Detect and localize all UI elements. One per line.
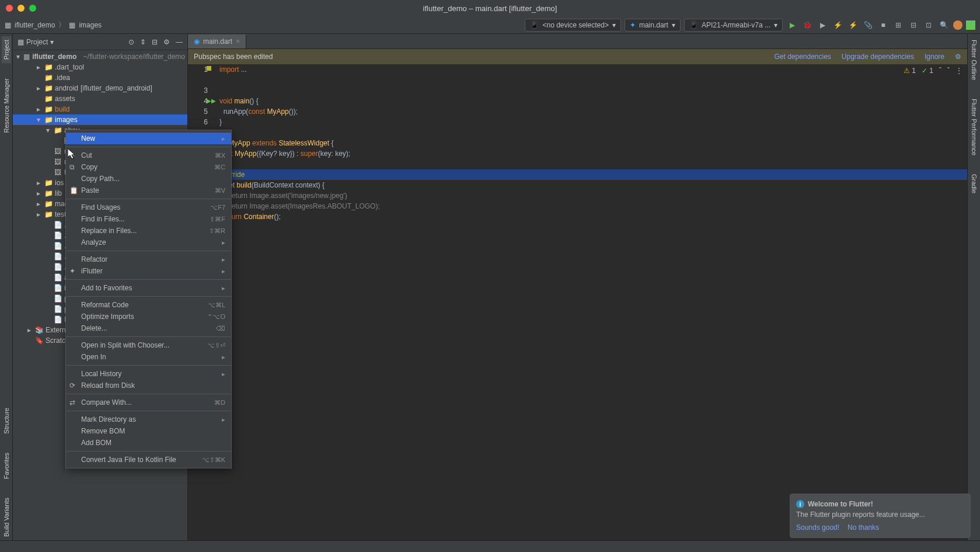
- close-icon[interactable]: ×: [236, 37, 240, 46]
- gear-icon[interactable]: ⚙: [163, 38, 170, 46]
- titlebar: iflutter_demo – main.dart [iflutter_demo…: [0, 0, 980, 16]
- flutter-icon: ✦: [630, 21, 636, 29]
- gutter-square-icon[interactable]: [207, 66, 211, 71]
- maximize-icon[interactable]: [29, 5, 36, 12]
- avatar[interactable]: [953, 20, 962, 30]
- run-icon[interactable]: ▶: [786, 19, 798, 31]
- minimize-icon[interactable]: [18, 5, 25, 12]
- get-deps-link[interactable]: Get dependencies: [774, 53, 831, 61]
- toolbar-right: 📱 <no device selected> ▾ ✦ main.dart ▾ 📱…: [525, 19, 975, 32]
- sounds-good-link[interactable]: Sounds good!: [796, 523, 839, 532]
- icon2[interactable]: ⊟: [908, 19, 919, 31]
- menu-item[interactable]: Mark Directory as▸: [66, 414, 231, 425]
- gutter-run-icon[interactable]: ▶▶: [207, 96, 216, 106]
- traffic-lights: [0, 5, 36, 12]
- toolbar: ▦ iflutter_demo 〉 ▦ images 📱 <no device …: [0, 16, 980, 34]
- icon3[interactable]: ⊡: [923, 19, 934, 31]
- rail-perf[interactable]: Flutter Performance: [969, 95, 979, 159]
- menu-item[interactable]: ⟳Reload from Disk: [66, 380, 231, 391]
- tree-item[interactable]: ▸📁build: [13, 104, 187, 114]
- device-selector[interactable]: 📱 <no device selected> ▾: [525, 19, 620, 32]
- chevron-down-icon: ▾: [672, 21, 675, 29]
- menu-item[interactable]: Reformat Code⌥⌘L: [66, 299, 231, 311]
- editor-tabs: ◉ main.dart ×: [188, 34, 967, 49]
- close-icon[interactable]: [6, 5, 13, 12]
- breadcrumb-folder[interactable]: images: [79, 21, 102, 29]
- rail-resource[interactable]: Resource Manager: [2, 75, 11, 137]
- right-rail: Flutter Outline Flutter Performance Grad…: [967, 34, 980, 540]
- menu-item[interactable]: Find Usages⌥F7: [66, 202, 231, 213]
- menu-item[interactable]: Replace in Files...⇧⌘R: [66, 225, 231, 237]
- icon1[interactable]: ⊞: [892, 19, 904, 31]
- hotreload-icon[interactable]: ⚡: [847, 19, 859, 31]
- collapse-icon[interactable]: ⊟: [152, 38, 158, 46]
- window-title: iflutter_demo – main.dart [iflutter_demo…: [423, 4, 557, 13]
- target-selector[interactable]: 📱 API21-Armeabi-v7a ... ▾: [684, 19, 783, 32]
- menu-item[interactable]: ✦iFlutter▸: [66, 265, 231, 277]
- dart-icon: ◉: [194, 37, 200, 46]
- debug-icon[interactable]: 🐞: [801, 19, 813, 31]
- pubspec-banner: Pubspec has been edited Get dependencies…: [188, 49, 967, 64]
- search-icon[interactable]: 🔍: [938, 19, 950, 31]
- tree-item[interactable]: ▸📁.dart_tool: [13, 62, 187, 72]
- menu-item[interactable]: ✂Cut⌘X: [66, 150, 231, 161]
- project-icon: ▦: [5, 21, 11, 29]
- breadcrumb-project[interactable]: iflutter_demo: [15, 21, 55, 29]
- end-icon[interactable]: [966, 20, 975, 30]
- attach-icon[interactable]: 📎: [862, 19, 874, 31]
- tree-item[interactable]: 📁assets: [13, 93, 187, 104]
- phone-icon: 📱: [689, 21, 698, 29]
- coverage-icon[interactable]: ▶: [817, 19, 828, 31]
- chevron-down-icon: ▾: [50, 38, 54, 46]
- folder-icon: ▦: [69, 21, 75, 29]
- menu-item[interactable]: Open in Split with Chooser...⌥⇧⏎: [66, 339, 231, 351]
- tab-main-dart[interactable]: ◉ main.dart ×: [188, 34, 246, 48]
- rail-build[interactable]: Build Variants: [2, 494, 11, 540]
- menu-item[interactable]: New▸: [66, 133, 231, 144]
- expand-icon[interactable]: ⇕: [140, 38, 146, 46]
- chevron-down-icon: ▾: [612, 21, 616, 29]
- tree-root[interactable]: ▾▦ iflutter_demo ~/flutter-workspace/ifl…: [13, 51, 187, 62]
- info-icon: i: [796, 500, 804, 508]
- rail-project[interactable]: Project: [2, 36, 11, 63]
- rail-gradle[interactable]: Gradle: [969, 171, 979, 197]
- tree-item[interactable]: 📁.idea: [13, 72, 187, 83]
- menu-item[interactable]: Local History▸: [66, 368, 231, 380]
- rail-structure[interactable]: Structure: [2, 404, 11, 438]
- menu-item[interactable]: Add to Favorites▸: [66, 282, 231, 294]
- rail-favorites[interactable]: Favorites: [2, 449, 11, 482]
- banner-text: Pubspec has been edited: [194, 53, 273, 61]
- menu-item[interactable]: Delete...⌫: [66, 322, 231, 334]
- no-thanks-link[interactable]: No thanks: [848, 523, 879, 532]
- tree-item[interactable]: ▸📁android [iflutter_demo_android]: [13, 83, 187, 93]
- menu-item[interactable]: Find in Files...⇧⌘F: [66, 213, 231, 225]
- left-rail: Project Resource Manager Structure Favor…: [0, 34, 13, 540]
- menu-item[interactable]: Open In▸: [66, 351, 231, 363]
- stop-icon[interactable]: ■: [877, 19, 889, 31]
- run-config-selector[interactable]: ✦ main.dart ▾: [625, 19, 681, 32]
- panel-header: ▦ Project ▾ ⊙ ⇕ ⊟ ⚙ —: [13, 34, 187, 50]
- menu-item[interactable]: Add BOM: [66, 437, 231, 449]
- gear-icon[interactable]: ⚙: [955, 53, 961, 61]
- upgrade-deps-link[interactable]: Upgrade dependencies: [842, 53, 914, 61]
- menu-item[interactable]: Refactor▸: [66, 254, 231, 265]
- menu-item[interactable]: ⇄Compare With...⌘D: [66, 397, 231, 408]
- toast-welcome: iWelcome to Flutter! The Flutter plugin …: [790, 494, 971, 538]
- select-open-icon[interactable]: ⊙: [128, 38, 134, 46]
- profile-icon[interactable]: ⚡: [832, 19, 843, 31]
- menu-item[interactable]: Analyze▸: [66, 237, 231, 248]
- menu-item[interactable]: Remove BOM: [66, 425, 231, 437]
- menu-item[interactable]: ⧉Copy⌘C: [66, 161, 231, 173]
- chevron-down-icon: ▾: [774, 21, 777, 29]
- code-editor[interactable]: ⚠ 1 ✓ 1 ˆ ˇ ⋮ 1 3456 89 1112131415 ▶▶ im…: [188, 64, 967, 540]
- ignore-link[interactable]: Ignore: [925, 53, 944, 61]
- menu-item[interactable]: Convert Java File to Kotlin File⌥⇧⌘K: [66, 454, 231, 466]
- rail-outline[interactable]: Flutter Outline: [969, 36, 979, 84]
- panel-title[interactable]: ▦ Project ▾: [18, 38, 128, 46]
- menu-item[interactable]: Optimize Imports⌃⌥O: [66, 311, 231, 322]
- tree-item[interactable]: ▾📁images: [13, 114, 187, 125]
- breadcrumb[interactable]: ▦ iflutter_demo 〉 ▦ images: [5, 20, 102, 30]
- menu-item[interactable]: 📋Paste⌘V: [66, 185, 231, 196]
- hide-icon[interactable]: —: [176, 38, 183, 46]
- menu-item[interactable]: Copy Path...: [66, 173, 231, 185]
